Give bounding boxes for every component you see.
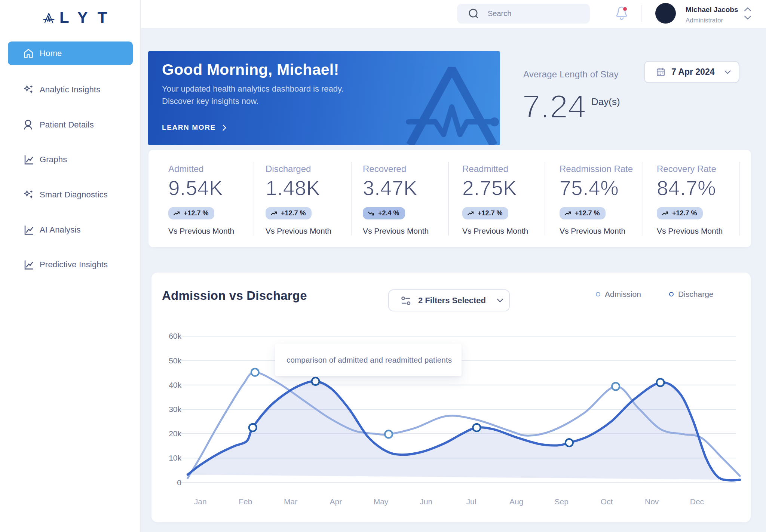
sidebar-item-label: Smart Diagnostics xyxy=(40,190,108,200)
date-picker-value: 7 Apr 2024 xyxy=(671,67,715,77)
stat-change-value: +12.7 % xyxy=(672,209,697,217)
stat-value: 2.75K xyxy=(462,176,517,200)
trend-up-icon xyxy=(662,211,669,216)
sidebar-item-predictive-insights[interactable]: Predictive Insights xyxy=(8,256,133,273)
x-axis-label: Jun xyxy=(420,497,432,506)
person-icon xyxy=(22,119,34,131)
stat-change-value: +2.4 % xyxy=(378,209,399,217)
x-axis-label: Apr xyxy=(330,497,342,506)
sidebar-item-label: Predictive Insights xyxy=(40,260,108,270)
sidebar-item-label: Home xyxy=(40,49,62,58)
greeting-banner: Good Morning, Michael! Your updated heal… xyxy=(148,51,500,145)
line-chart-icon xyxy=(22,259,34,271)
stat-change-value: +12.7 % xyxy=(281,209,306,217)
x-axis-label: Aug xyxy=(509,497,523,506)
x-axis-label: Feb xyxy=(239,497,252,506)
banner-title: Good Morning, Michael! xyxy=(162,61,339,79)
y-axis-label: 0 xyxy=(177,478,181,487)
x-axis-label: Dec xyxy=(690,497,704,506)
avatar[interactable] xyxy=(655,3,676,24)
stat-divider xyxy=(448,162,449,236)
stat-divider xyxy=(739,162,740,236)
user-menu-toggle[interactable] xyxy=(744,6,752,22)
stat-label: Readmission Rate xyxy=(560,164,633,174)
avg-stay-unit: Day(s) xyxy=(591,96,620,108)
calendar-icon xyxy=(656,67,665,77)
stat-label: Recovered xyxy=(363,164,406,174)
sidebar-item-label: Patient Details xyxy=(40,120,94,130)
trend-up-icon xyxy=(564,211,572,216)
stat-divider xyxy=(254,162,254,236)
avg-stay-value: 7.24 xyxy=(522,87,586,126)
series-marker-discharge[interactable] xyxy=(566,439,573,446)
x-axis-label: Nov xyxy=(645,497,659,506)
stat-change-value: +12.7 % xyxy=(575,209,600,217)
x-axis-label: Jul xyxy=(466,497,476,506)
series-marker-admission[interactable] xyxy=(251,369,259,376)
stat-change-value: +12.7 % xyxy=(478,209,503,217)
stat-value: 84.7% xyxy=(657,176,716,200)
sidebar-item-graphs[interactable]: Graphs xyxy=(8,151,133,168)
stat-value: 75.4% xyxy=(560,176,619,200)
sidebar-item-smart-diagnostics[interactable]: Smart Diagnostics xyxy=(8,187,133,203)
search-input[interactable]: Search xyxy=(457,4,590,24)
stat-change-badge: +12.7 % xyxy=(560,207,606,219)
stat-change-value: +12.7 % xyxy=(184,209,209,217)
learn-more-button[interactable]: LEARN MORE xyxy=(162,123,226,132)
series-marker-admission[interactable] xyxy=(385,430,392,438)
stat-value: 9.54K xyxy=(168,176,223,200)
x-axis-label: Oct xyxy=(601,497,613,506)
y-axis-label: 50k xyxy=(169,356,181,365)
series-marker-admission[interactable] xyxy=(612,383,619,390)
sidebar-item-home[interactable]: Home xyxy=(8,41,133,65)
stat-vs-label: Vs Previous Month xyxy=(560,227,625,236)
notification-dot xyxy=(623,7,627,11)
sparkles-icon xyxy=(22,84,34,96)
user-role: Administrator xyxy=(686,17,723,24)
stat-value: 3.47K xyxy=(363,176,417,200)
home-icon xyxy=(22,47,34,59)
notification-bell[interactable] xyxy=(616,6,628,21)
series-area-discharge xyxy=(188,381,740,480)
stat-label: Discharged xyxy=(266,164,311,174)
stat-vs-label: Vs Previous Month xyxy=(168,227,234,236)
stats-card: Admitted9.54K+12.7 %Vs Previous MonthDis… xyxy=(148,150,751,247)
brand-logo-letters: LYT xyxy=(59,10,117,25)
stat-divider xyxy=(351,162,352,236)
trend-up-icon xyxy=(270,211,278,216)
stat-vs-label: Vs Previous Month xyxy=(657,227,723,236)
stat-change-badge: +2.4 % xyxy=(363,207,405,219)
chevron-up-down-icon xyxy=(744,6,752,21)
stat-change-badge: +12.7 % xyxy=(266,207,312,219)
chevron-down-icon xyxy=(724,70,731,74)
series-marker-discharge[interactable] xyxy=(657,379,664,386)
y-axis-label: 60k xyxy=(169,332,181,340)
search-placeholder: Search xyxy=(488,9,511,18)
sidebar-item-label: AI Analysis xyxy=(40,225,81,235)
x-axis-label: Mar xyxy=(284,497,297,506)
sidebar-item-ai-analysis[interactable]: AI Analysis xyxy=(8,222,133,238)
chevron-right-icon xyxy=(223,124,226,131)
line-chart-icon xyxy=(22,154,34,166)
sidebar-item-label: Graphs xyxy=(40,155,67,164)
stat-label: Admitted xyxy=(168,164,204,174)
x-axis-label: Sep xyxy=(555,497,569,506)
series-marker-discharge[interactable] xyxy=(312,378,319,385)
stat-vs-label: Vs Previous Month xyxy=(462,227,528,236)
sidebar-item-patient-details[interactable]: Patient Details xyxy=(8,117,133,133)
stat-divider xyxy=(545,162,545,236)
brand-logo-icon xyxy=(43,12,55,23)
banner-watermark-logo xyxy=(395,61,500,145)
stat-divider xyxy=(643,162,643,236)
series-marker-discharge[interactable] xyxy=(249,424,257,431)
y-axis-label: 10k xyxy=(169,453,181,462)
x-axis-label: May xyxy=(374,497,389,506)
trend-up-icon xyxy=(173,211,180,216)
sidebar-item-analytic-insights[interactable]: Analytic Insights xyxy=(8,82,133,98)
stat-change-badge: +12.7 % xyxy=(462,207,508,219)
series-marker-discharge[interactable] xyxy=(473,424,480,431)
date-picker-button[interactable]: 7 Apr 2024 xyxy=(644,61,739,83)
search-icon xyxy=(468,8,479,19)
chart-card: Admission vs Discharge 2 Filters Selecte… xyxy=(151,273,751,522)
topbar: Search Michael Jacobs Administrator xyxy=(141,0,766,28)
